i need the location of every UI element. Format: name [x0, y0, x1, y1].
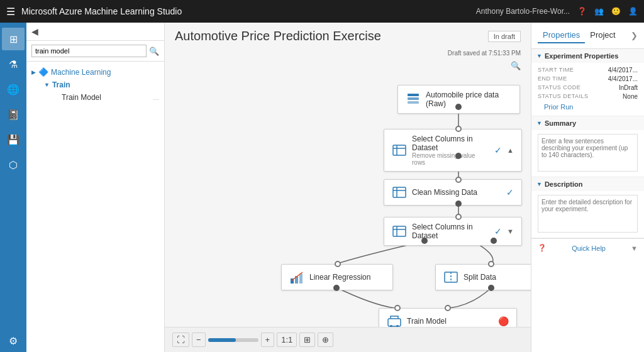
- fit-screen-btn[interactable]: ⛶: [172, 333, 189, 347]
- linear-icon: [289, 270, 304, 285]
- search-box: 🔍: [26, 41, 164, 62]
- tab-properties[interactable]: Properties: [538, 28, 585, 43]
- sidebar-home-btn[interactable]: ⊞: [2, 28, 25, 50]
- section-summary-title: Summary: [545, 119, 576, 127]
- props-expand-btn[interactable]: ❯: [631, 31, 638, 40]
- connector-select2-out-left: [421, 238, 428, 244]
- props-row-end: END TIME 4/4/2017...: [538, 75, 638, 82]
- connector-select2-in: [455, 214, 462, 220]
- node-linear-text: Linear Regression: [309, 273, 385, 282]
- nav-collapse-btn[interactable]: ◀: [31, 26, 38, 36]
- node-select2-check: ✓: [494, 226, 502, 236]
- sidebar-datasets-btn[interactable]: 💾: [2, 128, 25, 151]
- nav-tree-train-model[interactable]: Train Model …: [39, 91, 164, 104]
- train-icon: [387, 314, 402, 327]
- quick-help-icon: ❓: [538, 244, 547, 252]
- layout-btn[interactable]: ⊞: [299, 333, 315, 347]
- account-icon[interactable]: 👤: [628, 7, 638, 16]
- nav-panel: ◀ 🔍 ▶ 🔷 Machine Learning ▼ Train Train M…: [26, 23, 165, 352]
- section-summary-header[interactable]: ▼ Summary: [531, 116, 644, 130]
- connector-clean-out: [455, 201, 462, 207]
- center-btn[interactable]: ⊕: [318, 333, 333, 347]
- node-dataset-label: Automobile price data (Raw): [426, 91, 512, 108]
- section-summary-content: [531, 130, 644, 177]
- properties-panel: Properties Project ❯ ▼ Experiment Proper…: [531, 23, 644, 352]
- search-input[interactable]: [31, 45, 147, 57]
- connector-select1-in: [455, 126, 462, 132]
- nav-panel-header: ◀: [26, 23, 164, 41]
- node-train-label: Train Model: [407, 317, 491, 326]
- props-val-end: 4/4/2017...: [608, 75, 638, 82]
- zoom-bar: ⛶ − + 1:1 ⊞ ⊕: [172, 333, 333, 347]
- tab-project[interactable]: Project: [585, 28, 620, 43]
- connector-linear-in: [335, 261, 341, 267]
- svg-rect-3: [393, 145, 406, 155]
- svg-rect-2: [408, 101, 419, 104]
- description-textarea[interactable]: [538, 195, 638, 233]
- section-description-content: [531, 191, 644, 238]
- node-linear-label: Linear Regression: [309, 273, 385, 282]
- nav-tree-train[interactable]: ▼ Train: [39, 79, 164, 91]
- props-row-start: START TIME 4/4/2017...: [538, 67, 638, 74]
- hamburger-icon[interactable]: ☰: [6, 6, 15, 18]
- draft-badge: In draft: [488, 31, 521, 42]
- canvas-body[interactable]: Draft saved at 7:51:33 PM 🔍: [165, 47, 531, 352]
- search-btn[interactable]: 🔍: [149, 47, 159, 56]
- summary-textarea[interactable]: [538, 134, 638, 172]
- zoom-slider-track[interactable]: [208, 338, 258, 342]
- dataset-icon: [406, 92, 421, 107]
- sidebar-settings-btn[interactable]: ⚙: [2, 329, 25, 352]
- node-split[interactable]: Split Data ✓: [435, 264, 531, 290]
- props-key-start: START TIME: [538, 67, 574, 74]
- feedback-icon[interactable]: 🙂: [611, 7, 621, 16]
- sidebar-experiments-btn[interactable]: ⚗: [2, 53, 25, 75]
- prior-run-link[interactable]: Prior Run: [538, 102, 638, 112]
- zoom-in-btn[interactable]: +: [261, 333, 275, 347]
- svg-rect-1: [408, 97, 419, 100]
- help-icon[interactable]: ❓: [577, 7, 587, 16]
- connector-linear-out: [333, 285, 340, 291]
- quick-help-chevron: ▼: [631, 245, 638, 252]
- nav-ml-icon: 🔷: [38, 67, 48, 77]
- connector-select1-out: [455, 153, 462, 159]
- select2-icon: [392, 224, 407, 239]
- section-description-header[interactable]: ▼ Description: [531, 177, 644, 191]
- node-select1-sublabel: Remove missing value rows: [412, 152, 487, 166]
- node-select1-chevron[interactable]: ▲: [507, 146, 514, 154]
- actual-size-btn[interactable]: 1:1: [277, 333, 297, 347]
- props-val-status-details: None: [623, 93, 638, 100]
- connector-dataset-out: [455, 104, 462, 110]
- nav-arrow-train: ▼: [44, 82, 50, 88]
- sidebar-trained-models-btn[interactable]: ⬡: [2, 153, 25, 176]
- node-clean[interactable]: Clean Missing Data ✓: [384, 179, 522, 206]
- nav-arrow-ml: ▶: [31, 69, 36, 75]
- canvas-status: In draft: [488, 31, 521, 42]
- sidebar-notebooks-btn[interactable]: 📓: [2, 103, 25, 126]
- nav-train-model-label: Train Model: [62, 93, 101, 102]
- section-experiment: ▼ Experiment Properties START TIME 4/4/2…: [531, 49, 644, 116]
- node-dataset-text: Automobile price data (Raw): [426, 91, 512, 108]
- section-description-title: Description: [545, 180, 583, 188]
- zoom-out-btn[interactable]: −: [192, 333, 206, 347]
- section-experiment-arrow: ▼: [536, 53, 542, 59]
- props-row-status-details: STATUS DETAILS None: [538, 93, 638, 100]
- zoom-slider-fill: [208, 338, 236, 342]
- node-select2[interactable]: Select Columns in Dataset ✓ ▼: [384, 217, 522, 246]
- topbar-right: Anthony Bartolo-Free-Wor... ❓ 👥 🙂 👤: [476, 7, 638, 16]
- nav-tree-machine-learning[interactable]: ▶ 🔷 Machine Learning: [26, 65, 164, 79]
- section-description: ▼ Description: [531, 177, 644, 238]
- nav-leaf-more-icon: …: [153, 94, 159, 101]
- quick-help-section[interactable]: ❓ Quick Help ▼: [531, 238, 644, 257]
- connector-select2-out-right: [491, 238, 497, 244]
- connector-split-in: [488, 261, 494, 267]
- app-title: Microsoft Azure Machine Learning Studio: [21, 6, 182, 16]
- node-select2-chevron[interactable]: ▼: [507, 228, 514, 235]
- users-icon[interactable]: 👥: [594, 7, 604, 16]
- node-select1[interactable]: Select Columns in Dataset Remove missing…: [384, 129, 522, 172]
- props-val-status-code: InDraft: [619, 84, 638, 91]
- sidebar-web-services-btn[interactable]: 🌐: [2, 78, 25, 101]
- node-clean-label: Clean Missing Data: [412, 188, 499, 197]
- node-train-text: Train Model: [407, 317, 491, 326]
- connector-split-out: [488, 285, 494, 291]
- section-experiment-header[interactable]: ▼ Experiment Properties: [531, 49, 644, 63]
